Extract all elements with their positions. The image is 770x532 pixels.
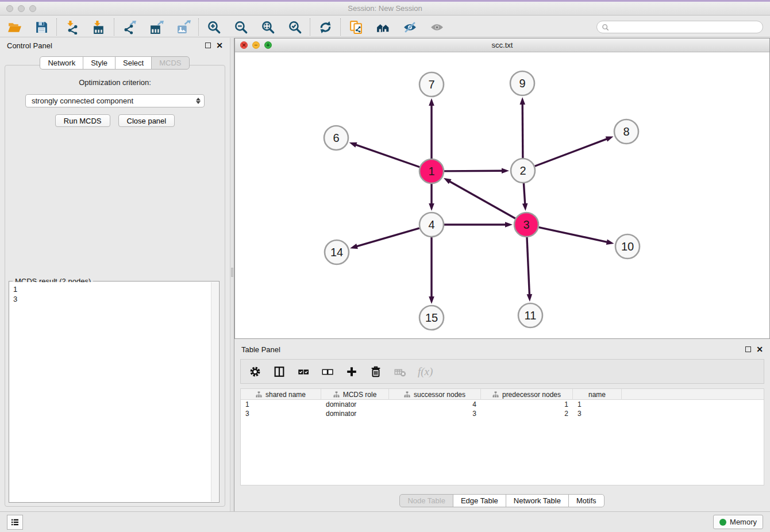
edge-1-6[interactable] xyxy=(355,145,419,167)
table-row[interactable]: 3 dominator 3 2 3 xyxy=(241,409,764,418)
fx-icon: f(x) xyxy=(418,365,433,378)
divider-grip[interactable] xyxy=(231,268,233,277)
export-image-button[interactable] xyxy=(176,20,191,34)
tab-network-table[interactable]: Network Table xyxy=(506,494,569,507)
clone-network-button[interactable] xyxy=(348,20,363,34)
optimization-criterion-select[interactable]: strongly connected component xyxy=(25,94,205,107)
show-columns-button[interactable] xyxy=(273,365,286,378)
apply-layout-button[interactable] xyxy=(318,20,333,34)
column-header-shared-name[interactable]: shared name xyxy=(241,389,321,400)
select-all-rows-button[interactable] xyxy=(297,365,310,378)
function-builder-button[interactable]: f(x) xyxy=(418,365,433,378)
graph-node-label: 3 xyxy=(523,218,529,231)
panel-split-divider[interactable] xyxy=(230,38,234,511)
add-column-button[interactable] xyxy=(345,365,358,378)
network-frame-title: scc.txt xyxy=(235,41,769,49)
trash-icon xyxy=(369,365,382,378)
table-row[interactable]: 1 dominator 4 1 1 xyxy=(241,400,764,409)
tab-motifs[interactable]: Motifs xyxy=(568,494,605,507)
search-field[interactable] xyxy=(596,21,763,33)
edge-1-2[interactable] xyxy=(444,171,503,171)
column-header-successor-nodes[interactable]: successor nodes xyxy=(389,389,481,400)
clear-selection-button[interactable] xyxy=(321,365,334,378)
export-table-button[interactable] xyxy=(149,20,164,34)
search-input[interactable] xyxy=(612,23,758,31)
show-all-button[interactable] xyxy=(429,20,444,34)
import-network-button[interactable] xyxy=(64,20,79,34)
task-history-button[interactable] xyxy=(7,515,23,530)
table-settings-button[interactable] xyxy=(249,365,261,378)
graph-node-label: 6 xyxy=(333,132,339,144)
edge-3-10[interactable] xyxy=(539,228,608,242)
edge-3-1[interactable] xyxy=(449,181,515,218)
toolbar-separator xyxy=(340,18,341,36)
tab-select[interactable]: Select xyxy=(115,56,152,70)
close-table-panel-icon[interactable]: ✕ xyxy=(756,346,763,352)
table-tabs-strip: Node Table Edge Table Network Table Moti… xyxy=(234,489,770,511)
delete-table-button[interactable] xyxy=(394,365,406,378)
delete-column-button[interactable] xyxy=(369,365,382,378)
window-title: Session: New Session xyxy=(0,4,770,13)
graph-node-label: 9 xyxy=(519,77,525,90)
zoom-in-icon xyxy=(207,20,221,34)
tab-node-table[interactable]: Node Table xyxy=(399,494,453,507)
edge-arrowhead xyxy=(606,136,614,141)
network-frame-titlebar[interactable]: ✕ − + scc.txt xyxy=(235,38,769,52)
network-canvas[interactable]: 7968124314101511 xyxy=(235,52,769,338)
columns-icon xyxy=(273,365,286,378)
open-session-button[interactable] xyxy=(7,20,22,34)
tab-mcds[interactable]: MCDS xyxy=(151,56,189,70)
network-graph: 7968124314101511 xyxy=(235,52,769,338)
export-network-button[interactable] xyxy=(122,20,137,34)
tab-style[interactable]: Style xyxy=(83,56,116,70)
zoom-out-button[interactable] xyxy=(233,20,248,34)
edge-arrowhead xyxy=(502,168,509,174)
import-table-icon xyxy=(92,20,106,34)
column-header-predecessor-nodes[interactable]: predecessor nodes xyxy=(481,389,573,400)
search-icon xyxy=(602,24,609,31)
edge-2-9[interactable] xyxy=(522,103,523,158)
save-floppy-icon xyxy=(34,20,49,34)
edge-arrowhead xyxy=(522,203,528,211)
cell-successor-nodes: 3 xyxy=(389,410,481,418)
column-label: name xyxy=(588,391,606,399)
open-folder-icon xyxy=(7,20,22,34)
close-panel-icon[interactable]: ✕ xyxy=(216,43,223,48)
import-table-button[interactable] xyxy=(91,20,106,34)
mcds-result-text[interactable]: 1 3 xyxy=(10,282,211,502)
node-table: shared name MCDS role successor nodes pr… xyxy=(240,388,764,485)
first-neighbors-button[interactable] xyxy=(375,20,390,34)
zoom-selected-icon xyxy=(288,20,302,34)
status-bar: Memory xyxy=(0,511,770,532)
graph-node-label: 10 xyxy=(621,240,634,253)
zoom-selected-button[interactable] xyxy=(287,20,302,34)
plus-icon xyxy=(345,365,358,378)
edge-2-8[interactable] xyxy=(535,138,608,166)
memory-button[interactable]: Memory xyxy=(713,515,763,529)
graph-node-label: 15 xyxy=(425,311,438,324)
column-label: successor nodes xyxy=(414,391,465,399)
tab-network[interactable]: Network xyxy=(40,56,83,70)
edge-2-3[interactable] xyxy=(523,183,525,205)
edge-3-11[interactable] xyxy=(527,237,529,295)
column-header-name[interactable]: name xyxy=(573,389,622,400)
export-image-icon xyxy=(176,20,191,34)
edge-arrowhead xyxy=(606,239,614,244)
float-panel-icon[interactable] xyxy=(205,43,211,48)
edge-4-14[interactable] xyxy=(356,228,419,246)
tab-edge-table[interactable]: Edge Table xyxy=(453,494,506,507)
edge-arrowhead xyxy=(429,296,434,304)
edge-arrowhead xyxy=(429,203,434,211)
float-table-panel-icon[interactable] xyxy=(745,346,751,352)
result-scrollbar[interactable] xyxy=(211,282,218,502)
import-network-icon xyxy=(65,20,79,34)
refresh-icon xyxy=(318,20,333,34)
run-mcds-button[interactable]: Run MCDS xyxy=(55,114,110,127)
control-panel-title: Control Panel xyxy=(7,41,52,50)
zoom-in-button[interactable] xyxy=(206,20,221,34)
zoom-fit-button[interactable] xyxy=(260,20,275,34)
hide-selected-button[interactable] xyxy=(402,20,417,34)
save-session-button[interactable] xyxy=(34,20,49,34)
close-panel-button[interactable]: Close panel xyxy=(118,114,175,127)
column-header-mcds-role[interactable]: MCDS role xyxy=(321,389,389,400)
